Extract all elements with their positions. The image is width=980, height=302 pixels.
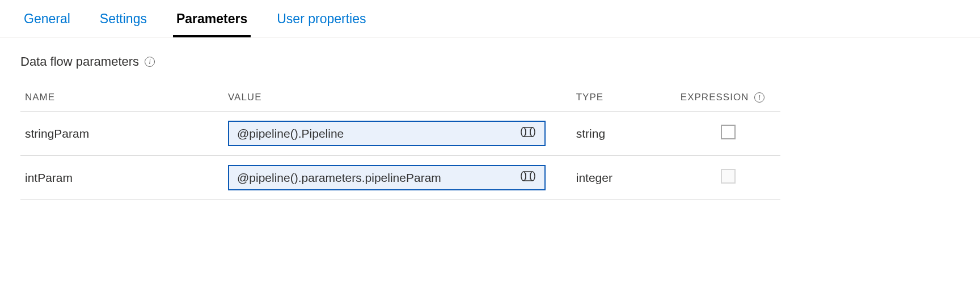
value-input[interactable]: @pipeline().Pipeline <box>228 121 546 146</box>
value-input[interactable]: @pipeline().parameters.pipelineParam <box>228 165 546 190</box>
expression-builder-icon[interactable] <box>519 171 537 185</box>
column-header-name: NAME <box>20 84 223 112</box>
param-value-cell: @pipeline().parameters.pipelineParam <box>223 156 572 200</box>
column-header-type: TYPE <box>572 84 676 112</box>
expression-builder-icon[interactable] <box>519 126 537 141</box>
column-header-expression: EXPRESSION i <box>676 84 780 112</box>
param-expression-cell <box>676 156 780 200</box>
table-row: stringParam @pipeline().Pipeline <box>20 112 780 156</box>
value-text: @pipeline().Pipeline <box>237 127 514 141</box>
info-icon[interactable]: i <box>754 92 764 103</box>
param-type-cell: integer <box>572 156 676 200</box>
param-name-cell: stringParam <box>20 112 223 156</box>
column-header-expression-label: EXPRESSION <box>681 92 749 103</box>
svg-point-1 <box>530 127 535 137</box>
expression-checkbox[interactable] <box>721 125 736 139</box>
value-text: @pipeline().parameters.pipelineParam <box>237 171 514 185</box>
tab-user-properties[interactable]: User properties <box>273 7 369 37</box>
tab-general[interactable]: General <box>20 7 74 37</box>
param-type-cell: string <box>572 112 676 156</box>
section-title: Data flow parameters <box>20 54 139 69</box>
column-header-value: VALUE <box>223 84 572 112</box>
section-header: Data flow parameters i <box>20 54 960 69</box>
info-icon[interactable]: i <box>145 57 155 67</box>
svg-point-7 <box>530 172 535 181</box>
expression-checkbox <box>721 169 736 184</box>
param-expression-cell <box>676 112 780 156</box>
parameters-section: Data flow parameters i NAME VALUE TYPE E… <box>0 37 980 217</box>
tab-bar: General Settings Parameters User propert… <box>0 0 980 37</box>
table-row: intParam @pipeline().parameters.pipeline… <box>20 156 780 200</box>
svg-point-0 <box>521 127 526 137</box>
parameters-table: NAME VALUE TYPE EXPRESSION i stringParam… <box>20 84 780 200</box>
tab-parameters[interactable]: Parameters <box>173 7 251 37</box>
param-value-cell: @pipeline().Pipeline <box>223 112 572 156</box>
svg-point-6 <box>521 172 526 181</box>
param-name-cell: intParam <box>20 156 223 200</box>
tab-settings[interactable]: Settings <box>96 7 150 37</box>
